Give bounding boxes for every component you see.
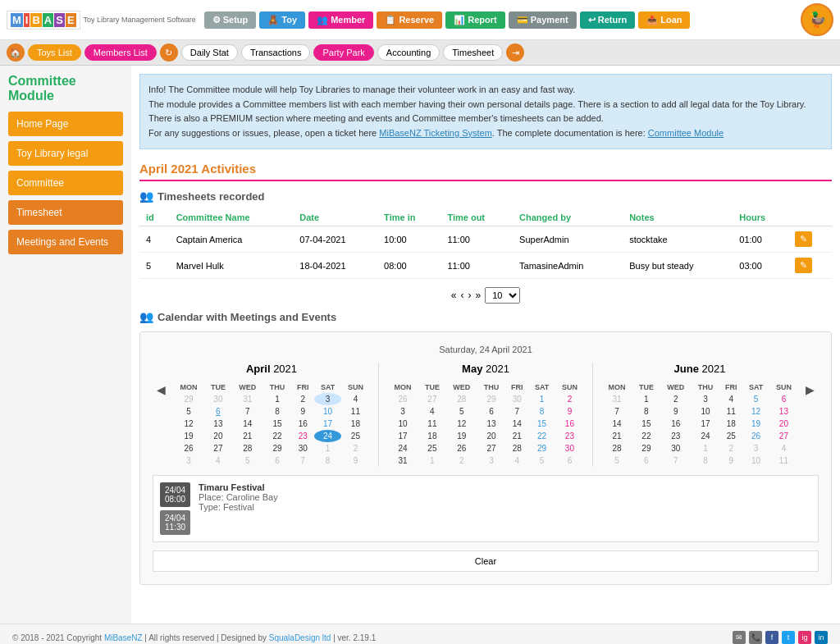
cal-day[interactable]: 20 — [769, 418, 798, 430]
cal-day[interactable]: 25 — [418, 442, 446, 454]
cal-day[interactable]: 19 — [742, 418, 769, 430]
cal-day[interactable]: 12 — [446, 418, 477, 430]
phone-icon[interactable]: 📞 — [749, 631, 762, 644]
members-list-tab[interactable]: Members List — [84, 44, 157, 61]
cal-day[interactable]: 26 — [446, 442, 477, 454]
cal-day[interactable]: 20 — [477, 430, 505, 442]
cal-day[interactable]: 2 — [291, 393, 314, 405]
return-button[interactable]: ↩ Return — [580, 11, 636, 29]
cal-day[interactable]: 21 — [601, 430, 632, 442]
cal-day[interactable]: 26 — [173, 442, 204, 454]
cal-day[interactable]: 3 — [173, 454, 204, 467]
linkedin-icon[interactable]: in — [815, 631, 828, 644]
cal-day[interactable]: 10 — [314, 405, 341, 418]
cal-day[interactable]: 11 — [418, 418, 446, 430]
cal-day[interactable]: 16 — [555, 418, 584, 430]
cal-day[interactable]: 15 — [263, 418, 291, 430]
sidebar-item-timesheet[interactable]: Timesheet — [8, 200, 123, 225]
cal-day[interactable]: 19 — [173, 430, 204, 442]
cal-day[interactable]: 1 — [314, 442, 341, 454]
sidebar-item-committee[interactable]: Committee — [8, 171, 123, 195]
cal-day[interactable]: 7 — [601, 405, 632, 418]
cal-day[interactable]: 31 — [387, 454, 418, 467]
cal-day[interactable]: 7 — [232, 405, 263, 418]
toy-button[interactable]: 🧸 Toy — [259, 11, 305, 29]
last-page-icon[interactable]: » — [476, 290, 482, 301]
cal-day[interactable]: 2 — [341, 442, 370, 454]
cal-day[interactable]: 30 — [204, 393, 232, 405]
calendar-prev-button[interactable]: ◀ — [153, 379, 170, 400]
cal-day[interactable]: 1 — [418, 454, 446, 467]
daily-stat-tab[interactable]: Daily Stat — [181, 44, 238, 61]
transactions-tab[interactable]: Transactions — [241, 44, 311, 61]
instagram-icon[interactable]: ig — [798, 631, 811, 644]
home-icon[interactable]: 🏠 — [7, 43, 25, 62]
cal-day[interactable]: 29 — [173, 393, 204, 405]
cal-day[interactable]: 4 — [769, 442, 798, 454]
cal-day[interactable]: 10 — [742, 454, 769, 467]
cal-day[interactable]: 11 — [719, 405, 742, 418]
refresh-icon[interactable]: ↻ — [160, 43, 178, 62]
setup-button[interactable]: ⚙ Setup — [204, 11, 257, 29]
toys-list-tab[interactable]: Toys List — [28, 44, 81, 61]
cal-day[interactable]: 20 — [204, 430, 232, 442]
sidebar-item-toy-library-legal[interactable]: Toy Library legal — [8, 141, 123, 166]
footer-squala-link[interactable]: SqualaDesign ltd — [269, 633, 331, 642]
twitter-icon[interactable]: t — [782, 631, 795, 644]
cal-day[interactable]: 5 — [601, 454, 632, 467]
cal-day[interactable]: 30 — [660, 442, 692, 454]
cal-day[interactable]: 6 — [263, 454, 291, 467]
cal-day[interactable]: 13 — [477, 418, 505, 430]
timesheet-tab[interactable]: Timesheet — [443, 44, 503, 61]
loan-button[interactable]: 📤 Loan — [638, 11, 690, 29]
cal-day[interactable]: 22 — [263, 430, 291, 442]
cal-day[interactable]: 26 — [387, 393, 418, 405]
cal-day[interactable]: 2 — [446, 454, 477, 467]
clear-button[interactable]: Clear — [153, 550, 819, 572]
cal-day[interactable]: 29 — [477, 393, 505, 405]
cal-day[interactable]: 30 — [505, 393, 528, 405]
cal-day[interactable]: 7 — [291, 454, 314, 467]
cal-day[interactable]: 3 — [387, 405, 418, 418]
avatar[interactable]: 🦆 — [801, 3, 833, 36]
cal-day[interactable]: 6 — [632, 454, 660, 467]
cal-day[interactable]: 8 — [263, 405, 291, 418]
cal-day[interactable]: 30 — [291, 442, 314, 454]
cal-day[interactable]: 26 — [742, 430, 769, 442]
cal-day[interactable]: 1 — [528, 393, 555, 405]
calendar-next-button[interactable]: ▶ — [801, 379, 819, 400]
cal-day[interactable]: 3 — [477, 454, 505, 467]
cal-day[interactable]: 6 — [204, 405, 232, 418]
sidebar-item-home-page[interactable]: Home Page — [8, 112, 123, 136]
reserve-button[interactable]: 📋 Reserve — [377, 11, 442, 29]
cal-day[interactable]: 27 — [204, 442, 232, 454]
cal-day[interactable]: 1 — [692, 442, 719, 454]
first-page-icon[interactable]: « — [451, 290, 457, 301]
cal-day[interactable]: 6 — [555, 454, 584, 467]
cal-day[interactable]: 9 — [555, 405, 584, 418]
prev-page-icon[interactable]: ‹ — [461, 290, 464, 301]
cal-day-selected[interactable]: 24 — [314, 430, 341, 442]
cal-day[interactable]: 12 — [173, 418, 204, 430]
edit-button-0[interactable]: ✎ — [795, 231, 812, 247]
cal-day[interactable]: 23 — [291, 430, 314, 442]
cal-day[interactable]: 4 — [505, 454, 528, 467]
cal-day[interactable]: 18 — [719, 418, 742, 430]
cal-day[interactable]: 9 — [291, 405, 314, 418]
cal-day[interactable]: 5 — [173, 405, 204, 418]
cal-day[interactable]: 9 — [341, 454, 370, 467]
cal-day[interactable]: 9 — [660, 405, 692, 418]
cal-day[interactable]: 8 — [528, 405, 555, 418]
cal-day[interactable]: 13 — [204, 418, 232, 430]
per-page-select[interactable]: 10 25 50 — [485, 287, 520, 304]
cal-day[interactable]: 5 — [446, 405, 477, 418]
cal-day[interactable]: 30 — [555, 442, 584, 454]
report-button[interactable]: 📊 Report — [445, 11, 505, 29]
cal-day[interactable]: 24 — [692, 430, 719, 442]
cal-day[interactable]: 5 — [742, 393, 769, 405]
exit-icon[interactable]: ⇥ — [506, 43, 524, 62]
cal-day[interactable]: 18 — [341, 418, 370, 430]
cal-day[interactable]: 2 — [555, 393, 584, 405]
cal-day[interactable]: 29 — [528, 442, 555, 454]
cal-day[interactable]: 28 — [505, 442, 528, 454]
